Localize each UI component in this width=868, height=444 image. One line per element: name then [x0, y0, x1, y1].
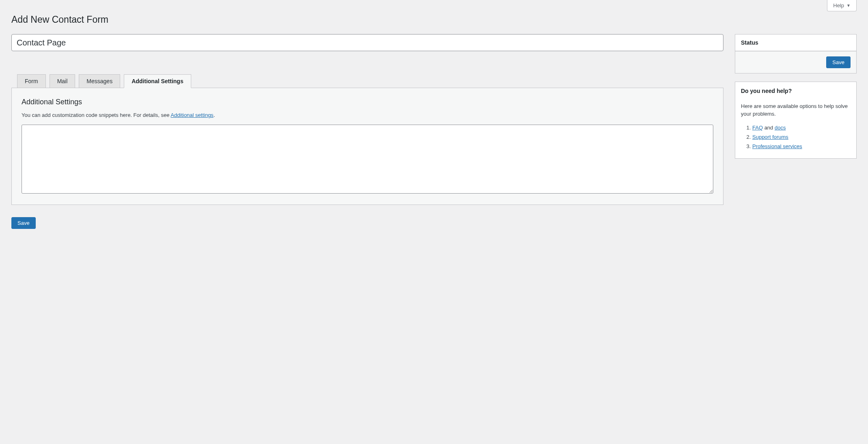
- status-box-heading: Status: [735, 34, 856, 51]
- help-toggle-label: Help: [833, 2, 844, 9]
- tab-mail[interactable]: Mail: [50, 74, 76, 88]
- docs-link[interactable]: docs: [775, 125, 786, 131]
- form-title-input[interactable]: [11, 34, 723, 51]
- help-link-item: Support forums: [752, 134, 851, 140]
- main-column: Form Mail Messages Additional Settings A…: [11, 34, 723, 229]
- tab-form[interactable]: Form: [17, 74, 46, 88]
- caret-down-icon: ▼: [846, 3, 851, 8]
- sidebar-column: Status Save Do you need help? Here are s…: [735, 34, 857, 159]
- save-button[interactable]: Save: [11, 217, 36, 229]
- help-box-intro: Here are some available options to help …: [741, 102, 851, 118]
- panel-description: You can add customization code snippets …: [22, 112, 713, 118]
- faq-link[interactable]: FAQ: [752, 125, 763, 131]
- help-link-item: Professional services: [752, 143, 851, 149]
- tab-messages[interactable]: Messages: [79, 74, 120, 88]
- tab-additional-settings[interactable]: Additional Settings: [124, 74, 191, 88]
- professional-services-link[interactable]: Professional services: [752, 143, 802, 149]
- additional-settings-panel: Additional Settings You can add customiz…: [11, 88, 723, 205]
- help-box: Do you need help? Here are some availabl…: [735, 82, 857, 159]
- page-title: Add New Contact Form: [11, 14, 857, 26]
- help-box-heading: Do you need help?: [741, 88, 851, 94]
- sidebar-save-button[interactable]: Save: [826, 56, 851, 68]
- panel-description-suffix: .: [214, 112, 215, 118]
- status-box-footer: Save: [735, 51, 856, 73]
- status-box: Status Save: [735, 34, 857, 73]
- help-links-list: FAQ and docs Support forums Professional…: [741, 125, 851, 149]
- additional-settings-link[interactable]: Additional settings: [171, 112, 214, 118]
- tab-list: Form Mail Messages Additional Settings: [17, 74, 723, 88]
- help-item-middle-text: and: [763, 125, 775, 131]
- panel-description-prefix: You can add customization code snippets …: [22, 112, 171, 118]
- additional-settings-textarea[interactable]: [22, 125, 713, 194]
- help-link-item: FAQ and docs: [752, 125, 851, 131]
- support-forums-link[interactable]: Support forums: [752, 134, 788, 140]
- help-toggle-button[interactable]: Help ▼: [827, 0, 857, 11]
- panel-heading: Additional Settings: [22, 98, 713, 106]
